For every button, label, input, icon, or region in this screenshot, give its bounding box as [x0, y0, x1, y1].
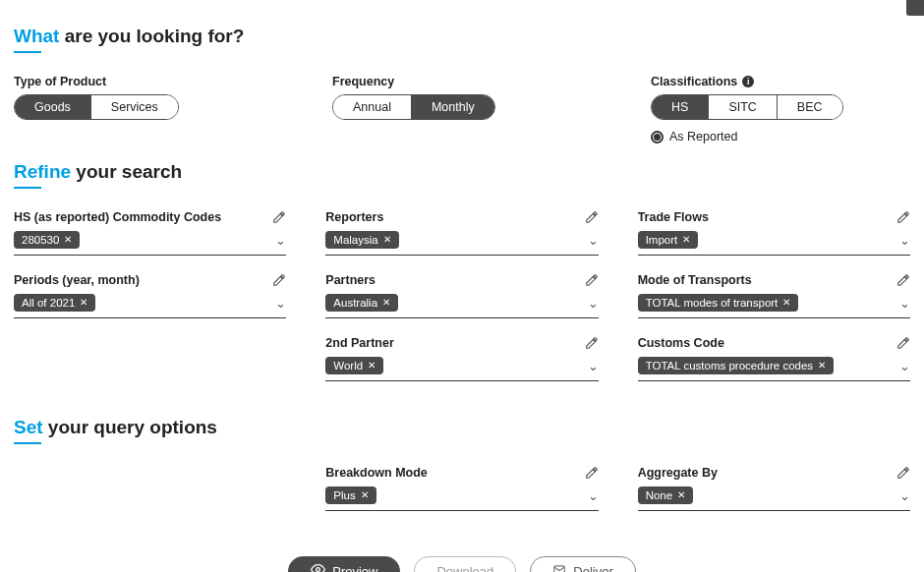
- field-commodity-codes-select[interactable]: 280530✕ ⌄: [14, 228, 286, 256]
- field-periods-label: Periods (year, month): [14, 273, 140, 287]
- chip-remove-icon[interactable]: ✕: [382, 298, 390, 308]
- classifications-radio-label: As Reported: [669, 130, 737, 143]
- field-partners: Partners Australia✕ ⌄: [325, 273, 598, 318]
- section-title-what: What are you looking for?: [14, 26, 910, 47]
- svg-point-0: [317, 568, 320, 572]
- field-aggregate-by-select[interactable]: None✕ ⌄: [638, 484, 910, 511]
- field-breakdown-mode: Breakdown Mode Plus✕ ⌄: [325, 466, 598, 511]
- close-icon[interactable]: [906, 0, 924, 16]
- chip-remove-icon[interactable]: ✕: [383, 235, 391, 245]
- chip-reporter[interactable]: Malaysia✕: [325, 231, 398, 249]
- pencil-icon[interactable]: [896, 466, 910, 480]
- chip-trade-flow[interactable]: Import✕: [638, 231, 699, 249]
- field-periods: Periods (year, month) All of 2021✕ ⌄: [14, 273, 286, 318]
- chip-remove-icon[interactable]: ✕: [361, 490, 369, 500]
- frequency-option-annual[interactable]: Annual: [333, 95, 411, 119]
- field-reporters-select[interactable]: Malaysia✕ ⌄: [325, 228, 598, 256]
- chip-second-partner[interactable]: World✕: [325, 357, 383, 374]
- chevron-down-icon: ⌄: [899, 488, 910, 503]
- chevron-down-icon: ⌄: [588, 359, 599, 373]
- pencil-icon[interactable]: [585, 273, 599, 287]
- chip-remove-icon[interactable]: ✕: [782, 298, 790, 308]
- pencil-icon[interactable]: [585, 336, 599, 350]
- pencil-icon[interactable]: [272, 210, 286, 224]
- chip-remove-icon[interactable]: ✕: [64, 235, 72, 245]
- title-underline: [14, 187, 41, 189]
- title-underline: [14, 51, 41, 53]
- eye-icon: [311, 562, 325, 572]
- chevron-down-icon: ⌄: [588, 488, 599, 503]
- chevron-down-icon: ⌄: [275, 296, 286, 311]
- pencil-icon[interactable]: [585, 210, 599, 224]
- chip-breakdown[interactable]: Plus✕: [325, 486, 375, 504]
- chip-remove-icon[interactable]: ✕: [682, 235, 690, 245]
- chip-remove-icon[interactable]: ✕: [818, 361, 826, 371]
- section-title-refine-accent: Refine: [14, 161, 71, 182]
- frequency-option-monthly[interactable]: Monthly: [411, 95, 494, 119]
- chip-label: All of 2021: [22, 297, 75, 309]
- section-title-refine-rest: your search: [71, 161, 182, 182]
- classifications-radio-as-reported[interactable]: As Reported: [651, 130, 910, 143]
- chip-partner[interactable]: Australia✕: [325, 294, 398, 312]
- field-trade-flows: Trade Flows Import✕ ⌄: [638, 210, 910, 256]
- field-second-partner-label: 2nd Partner: [325, 336, 393, 350]
- field-reporters-label: Reporters: [325, 210, 383, 224]
- info-icon[interactable]: i: [742, 76, 754, 87]
- chevron-down-icon: ⌄: [899, 233, 910, 248]
- field-commodity-codes: HS (as reported) Commodity Codes 280530✕…: [14, 210, 286, 256]
- classifications-option-hs[interactable]: HS: [652, 95, 708, 119]
- field-periods-select[interactable]: All of 2021✕ ⌄: [14, 291, 286, 318]
- svg-rect-1: [554, 565, 565, 572]
- product-type-option-services[interactable]: Services: [90, 95, 178, 119]
- product-type-segmented[interactable]: Goods Services: [14, 94, 179, 120]
- product-type-option-goods[interactable]: Goods: [15, 95, 90, 119]
- chip-aggregate[interactable]: None✕: [638, 486, 694, 504]
- pencil-icon[interactable]: [896, 336, 910, 350]
- pencil-icon[interactable]: [272, 273, 286, 287]
- pencil-icon[interactable]: [896, 210, 910, 224]
- section-title-what-accent: What: [14, 26, 59, 46]
- chip-commodity[interactable]: 280530✕: [14, 231, 80, 249]
- field-trade-flows-select[interactable]: Import✕ ⌄: [638, 228, 910, 256]
- pencil-icon[interactable]: [896, 273, 910, 287]
- section-title-what-rest: are you looking for?: [59, 26, 244, 46]
- chip-customs-code[interactable]: TOTAL customs procedure codes✕: [638, 357, 834, 374]
- download-button[interactable]: Download: [414, 556, 516, 572]
- preview-button[interactable]: Preview: [288, 556, 400, 572]
- chevron-down-icon: ⌄: [899, 359, 910, 373]
- classifications-option-bec[interactable]: BEC: [777, 95, 842, 119]
- field-partners-label: Partners: [325, 273, 375, 287]
- classifications-segmented[interactable]: HS SITC BEC: [651, 94, 843, 120]
- field-transport-modes-select[interactable]: TOTAL modes of transport✕ ⌄: [638, 291, 910, 318]
- chip-remove-icon[interactable]: ✕: [368, 361, 375, 371]
- chip-label: World: [333, 360, 363, 372]
- deliver-icon: [552, 563, 566, 573]
- chip-label: Plus: [333, 489, 355, 501]
- field-commodity-codes-label: HS (as reported) Commodity Codes: [14, 210, 221, 224]
- chip-label: Import: [646, 234, 678, 246]
- pencil-icon[interactable]: [585, 466, 599, 480]
- radio-dot-icon: [651, 131, 664, 143]
- deliver-button[interactable]: Deliver: [530, 556, 635, 572]
- field-breakdown-mode-select[interactable]: Plus✕ ⌄: [325, 484, 598, 511]
- field-partners-select[interactable]: Australia✕ ⌄: [325, 291, 598, 318]
- field-aggregate-by: Aggregate By None✕ ⌄: [638, 466, 910, 511]
- classifications-label: Classifications i: [651, 75, 910, 88]
- field-transport-modes-label: Mode of Transports: [638, 273, 752, 287]
- chip-label: Australia: [333, 297, 377, 309]
- chip-remove-icon[interactable]: ✕: [677, 490, 685, 500]
- chip-period[interactable]: All of 2021✕: [14, 294, 95, 312]
- field-customs-code: Customs Code TOTAL customs procedure cod…: [638, 336, 910, 381]
- chip-label: Malaysia: [333, 234, 377, 246]
- field-customs-code-label: Customs Code: [638, 336, 724, 350]
- section-title-set: Set your query options: [14, 417, 910, 438]
- frequency-segmented[interactable]: Annual Monthly: [332, 94, 495, 120]
- field-reporters: Reporters Malaysia✕ ⌄: [325, 210, 598, 256]
- product-type-label: Type of Product: [14, 75, 273, 88]
- chip-transport-mode[interactable]: TOTAL modes of transport✕: [638, 294, 799, 312]
- field-customs-code-select[interactable]: TOTAL customs procedure codes✕ ⌄: [638, 354, 910, 381]
- chip-remove-icon[interactable]: ✕: [80, 298, 87, 308]
- field-second-partner-select[interactable]: World✕ ⌄: [325, 354, 598, 381]
- classifications-option-sitc[interactable]: SITC: [708, 95, 776, 119]
- title-underline: [14, 442, 41, 444]
